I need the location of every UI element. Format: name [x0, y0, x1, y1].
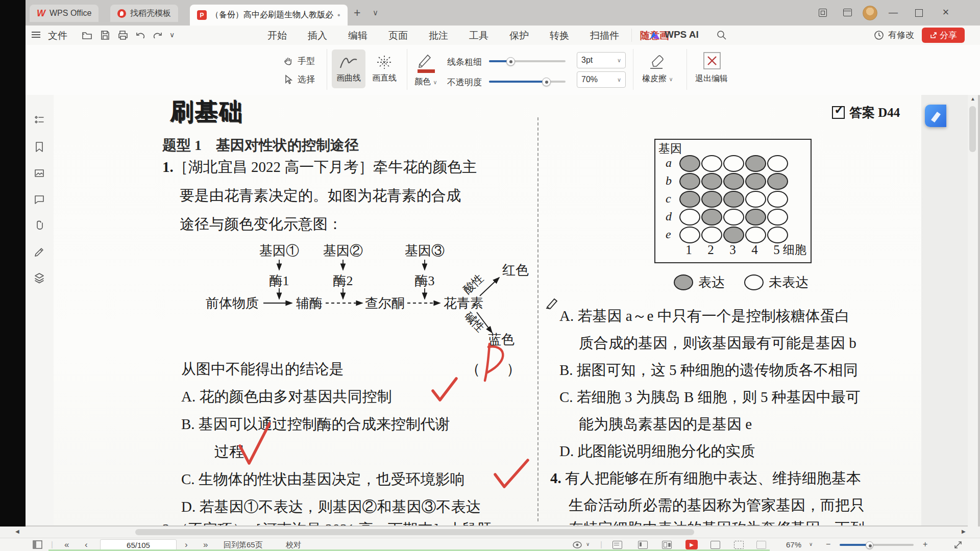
maximize-button[interactable]	[915, 9, 923, 17]
zoom-chevron[interactable]: ∨	[809, 541, 813, 547]
fullscreen-icon[interactable]	[710, 541, 720, 549]
horizontal-scrollbar[interactable]: ◀ ▶	[0, 527, 980, 538]
gene-dot-expressed	[723, 227, 744, 243]
menu-scan[interactable]: 扫描件	[589, 29, 620, 42]
gene-dot-expressed	[679, 173, 700, 190]
read-mode-icon[interactable]	[612, 541, 622, 549]
next-page-button[interactable]: ›	[185, 540, 188, 550]
undo-icon[interactable]	[135, 30, 146, 40]
menu-protect[interactable]: 保护	[508, 29, 530, 42]
single-page-icon[interactable]	[638, 541, 648, 549]
user-avatar[interactable]	[863, 6, 877, 20]
signature-pen-icon[interactable]	[33, 246, 45, 258]
opacity-dropdown[interactable]: 70%∨	[577, 71, 626, 88]
line-width-slider[interactable]	[489, 60, 566, 62]
select-tool[interactable]: 选择	[284, 73, 315, 85]
wps-ai-button[interactable]: WPS AI	[664, 29, 700, 40]
gene-row-label: c	[666, 192, 676, 206]
draw-straight-tool[interactable]: 画直线	[368, 49, 401, 88]
outline-icon[interactable]	[33, 114, 45, 127]
back-to-page-button[interactable]: 回到第65页	[224, 540, 263, 550]
menu-insert[interactable]: 插入	[307, 29, 328, 42]
eraser-tool[interactable]: 橡皮擦 ∨	[642, 51, 673, 84]
first-page-button[interactable]: «	[64, 540, 69, 550]
line-width-slider-thumb[interactable]	[506, 57, 515, 66]
view-mode-chevron[interactable]: ∨	[586, 541, 590, 547]
minimize-button[interactable]: —	[886, 7, 901, 18]
double-page-icon[interactable]	[662, 541, 672, 549]
gene-dot-expressed	[723, 173, 744, 190]
hand-icon	[284, 56, 294, 66]
checkbox-icon: ✓	[832, 106, 845, 119]
red-result-label: 红色	[502, 263, 529, 278]
gene-dot-not-expressed	[745, 227, 766, 243]
tab-label: WPS Office	[50, 9, 91, 18]
crop-region-icon[interactable]	[734, 541, 744, 549]
zoom-slider[interactable]	[840, 544, 914, 546]
handwritten-answer-d	[477, 340, 511, 386]
menu-edit[interactable]: 编辑	[347, 29, 369, 42]
save-icon[interactable]	[100, 30, 110, 40]
cell-column-label: 4	[745, 243, 764, 257]
new-tab-button[interactable]: +	[354, 6, 360, 20]
scroll-up-icon[interactable]: ▲	[970, 96, 975, 102]
cell-unit-label: 细胞	[783, 242, 806, 258]
gene-dot-expressed	[701, 209, 722, 226]
pt-size-dropdown[interactable]: 3pt∨	[577, 52, 626, 68]
draw-curve-tool[interactable]: 画曲线	[332, 49, 365, 88]
hand-tool[interactable]: 手型	[284, 55, 315, 67]
menu-tools[interactable]: 工具	[468, 29, 489, 42]
menu-file[interactable]: 文件	[47, 29, 68, 42]
proofread-button[interactable]: 校对	[286, 540, 301, 550]
quickbar-chevron-icon[interactable]: ∨	[169, 31, 175, 39]
tab-wps-office[interactable]: W WPS Office	[30, 5, 99, 22]
wps-floating-badge[interactable]	[925, 105, 946, 127]
tab-list-chevron[interactable]: ∨	[373, 8, 378, 17]
zoom-out-button[interactable]: −	[826, 540, 830, 549]
panel-toggle-icon[interactable]	[33, 540, 43, 549]
redo-icon[interactable]	[152, 30, 163, 40]
chevron-down-icon: ∨	[617, 77, 621, 83]
last-page-button[interactable]: »	[203, 540, 208, 550]
vertical-scrollbar-thumb[interactable]	[969, 106, 976, 152]
scroll-left-icon[interactable]: ◀	[15, 529, 19, 534]
opacity-slider[interactable]	[489, 81, 566, 83]
layers-icon[interactable]	[33, 272, 45, 284]
prev-page-button[interactable]: ‹	[85, 540, 88, 550]
modified-status[interactable]: 有修改	[887, 29, 915, 41]
color-tool[interactable]: 颜色 ∨	[414, 51, 437, 87]
table-legend: 表达 未表达	[674, 273, 808, 291]
vertical-scrollbar[interactable]: ▲	[968, 95, 978, 527]
color-label: 颜色 ∨	[414, 77, 437, 87]
share-button[interactable]: 分享	[922, 28, 965, 43]
zoom-in-button[interactable]: +	[923, 540, 927, 549]
zoom-value[interactable]: 67%	[786, 540, 801, 549]
open-folder-icon[interactable]	[82, 30, 93, 40]
close-button[interactable]: ×	[938, 6, 953, 19]
exit-edit-button[interactable]: 退出编辑	[695, 51, 728, 84]
print-icon[interactable]	[117, 30, 129, 40]
apps-box-icon[interactable]	[843, 9, 852, 16]
view-mode-icon[interactable]	[573, 541, 584, 549]
scroll-right-icon[interactable]: ▶	[962, 529, 966, 534]
frame-select-icon[interactable]	[756, 541, 766, 549]
image-icon[interactable]	[33, 167, 45, 180]
menu-home[interactable]: 开始	[266, 29, 288, 42]
play-presentation-button[interactable]: ▶	[685, 540, 698, 549]
gene-dot-not-expressed	[701, 155, 722, 172]
fit-window-icon[interactable]	[953, 540, 963, 549]
menu-page[interactable]: 页面	[387, 29, 409, 42]
menu-convert[interactable]: 转换	[549, 29, 570, 42]
bookmark-icon[interactable]	[33, 141, 45, 153]
search-icon[interactable]	[717, 30, 727, 40]
attachment-icon[interactable]	[33, 219, 45, 232]
menu-annotate[interactable]: 批注	[428, 29, 449, 42]
zoom-slider-thumb[interactable]	[866, 541, 873, 549]
horizontal-scrollbar-thumb[interactable]	[135, 529, 694, 535]
tab-template-store[interactable]: 找稻壳模板	[110, 5, 178, 22]
cursor-icon	[284, 74, 294, 85]
opacity-slider-thumb[interactable]	[542, 78, 551, 86]
tab-document-active[interactable]: P （备份）高中必刷题生物人教版必 •	[190, 5, 348, 26]
comment-icon[interactable]	[33, 193, 45, 206]
workspace-icon[interactable]	[819, 9, 827, 17]
